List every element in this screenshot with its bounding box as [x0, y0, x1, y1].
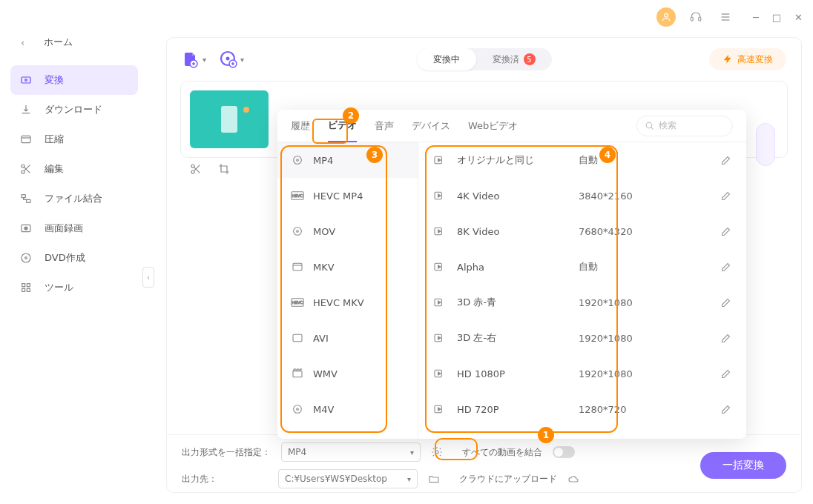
breadcrumb[interactable]: ‹ ホーム: [21, 36, 73, 49]
svg-rect-45: [293, 334, 302, 341]
download-icon: [19, 103, 33, 116]
support-icon[interactable]: [686, 7, 705, 27]
edit-preset-icon[interactable]: [720, 155, 731, 166]
preset-item[interactable]: 4K Video3840*2160: [418, 178, 746, 213]
tab-converting[interactable]: 変換中: [417, 48, 476, 70]
svg-point-35: [294, 156, 302, 165]
tab-device[interactable]: デバイス: [412, 110, 450, 142]
tab-audio[interactable]: 音声: [375, 110, 394, 142]
output-format-select[interactable]: MP4▾: [281, 442, 421, 462]
edit-preset-icon[interactable]: [720, 404, 731, 415]
callout-1: 1: [538, 427, 554, 443]
convert-icon: [19, 73, 33, 87]
media-thumbnail[interactable]: [190, 90, 269, 148]
sidebar-item-dvd[interactable]: DVD作成: [10, 243, 138, 273]
tab-history[interactable]: 履歴: [291, 110, 310, 142]
tab-web[interactable]: Webビデオ: [468, 110, 518, 142]
svg-text:HEVC: HEVC: [292, 300, 303, 305]
sidebar-item-edit[interactable]: 編集: [10, 154, 138, 184]
preset-item[interactable]: HD 720P1280*720: [418, 391, 746, 427]
edit-preset-icon[interactable]: [720, 226, 731, 237]
add-file-button[interactable]: ▾: [182, 50, 206, 68]
preset-item[interactable]: Alpha自動: [418, 249, 746, 285]
output-to-label: 出力先：: [182, 473, 268, 485]
avatar[interactable]: [656, 7, 676, 27]
hevc-icon: HEVC: [291, 189, 304, 202]
svg-rect-46: [293, 371, 302, 377]
svg-rect-23: [27, 288, 30, 291]
sidebar-item-record[interactable]: 画面録画: [10, 213, 138, 243]
sidebar-collapse-button[interactable]: ‹: [142, 267, 154, 288]
search-input[interactable]: 検索: [636, 116, 733, 136]
preset-resolution: 自動: [579, 153, 660, 167]
preset-item[interactable]: 3D 左-右1920*1080: [418, 320, 746, 356]
format-item-wmv[interactable]: WMV: [277, 356, 418, 391]
tab-label: 変換中: [433, 53, 460, 66]
trim-icon[interactable]: [190, 163, 202, 175]
svg-point-0: [665, 13, 668, 17]
crop-icon[interactable]: [218, 163, 230, 175]
edit-preset-icon[interactable]: [720, 262, 731, 273]
preset-item[interactable]: 8K Video7680*4320: [418, 213, 746, 249]
close-button[interactable]: ✕: [794, 12, 803, 23]
svg-point-32: [435, 451, 438, 454]
output-path-select[interactable]: C:¥Users¥WS¥Desktop▾: [278, 469, 418, 488]
preset-name: 3D 赤-青: [457, 296, 568, 309]
format-item-avi[interactable]: AVI: [277, 320, 418, 356]
svg-rect-8: [22, 136, 30, 142]
fast-convert-button[interactable]: 高速変換: [709, 48, 786, 70]
preset-item[interactable]: オリジナルと同じ自動: [418, 142, 746, 178]
disc-icon: [291, 402, 304, 416]
sidebar-item-merge[interactable]: ファイル結合: [10, 184, 138, 213]
video-icon: [433, 190, 447, 202]
merge-toggle[interactable]: [553, 446, 575, 458]
format-item-mp4[interactable]: MP4: [277, 142, 418, 178]
sidebar-item-compress[interactable]: 圧縮: [10, 125, 138, 154]
chevron-down-icon: ▾: [203, 56, 206, 64]
open-folder-icon[interactable]: [428, 473, 440, 485]
format-item-mov[interactable]: MOV: [277, 213, 418, 249]
edit-preset-icon[interactable]: [720, 190, 731, 202]
video-icon: [433, 225, 447, 237]
disc-icon: [291, 225, 304, 238]
grid-icon: [19, 281, 33, 294]
film-icon: [291, 331, 304, 345]
minimize-button[interactable]: ─: [753, 12, 759, 23]
chevron-down-icon: ▾: [407, 475, 411, 483]
maximize-button[interactable]: □: [772, 12, 781, 23]
cloud-icon[interactable]: [567, 473, 579, 485]
format-item-mkv[interactable]: MKV: [277, 249, 418, 285]
output-path: C:¥Users¥WS¥Desktop: [285, 474, 387, 484]
callout-2: 2: [343, 107, 359, 124]
svg-rect-1: [691, 17, 693, 21]
menu-icon[interactable]: [716, 7, 735, 27]
fast-convert-label: 高速変換: [737, 53, 773, 66]
convert-all-button[interactable]: 一括変換: [700, 452, 786, 479]
disc-icon: [291, 153, 304, 167]
add-disc-button[interactable]: ▾: [220, 50, 244, 68]
search-placeholder: 検索: [659, 119, 677, 132]
format-item-hevc-mkv[interactable]: HEVCHEVC MKV: [277, 285, 418, 320]
preset-item[interactable]: 3D 赤-青1920*1080: [418, 285, 746, 320]
sidebar-item-download[interactable]: ダウンロード: [10, 95, 138, 125]
callout-4: 4: [599, 147, 616, 163]
sidebar-label: 画面録画: [45, 222, 83, 235]
preset-name: Alpha: [457, 262, 568, 273]
svg-point-39: [294, 228, 302, 236]
sidebar-label: ファイル結合: [45, 192, 102, 205]
sidebar-item-tools[interactable]: ツール: [10, 273, 138, 302]
edit-preset-icon[interactable]: [720, 368, 731, 379]
preset-item[interactable]: HD 1080P1920*1080: [418, 356, 746, 391]
convert-all-label: 一括変換: [723, 459, 764, 472]
tab-converted[interactable]: 変換済5: [476, 48, 552, 70]
format-item-m4v[interactable]: M4V: [277, 391, 418, 427]
svg-point-19: [25, 257, 27, 259]
card-right-pill[interactable]: [756, 123, 775, 166]
format-item-hevc-mp4[interactable]: HEVCHEVC MP4: [277, 178, 418, 213]
video-icon: [433, 296, 447, 308]
settings-icon[interactable]: [431, 446, 443, 458]
edit-preset-icon[interactable]: [720, 333, 731, 344]
svg-rect-21: [27, 284, 30, 287]
edit-preset-icon[interactable]: [720, 297, 731, 308]
sidebar-item-convert[interactable]: 変換: [10, 65, 138, 95]
